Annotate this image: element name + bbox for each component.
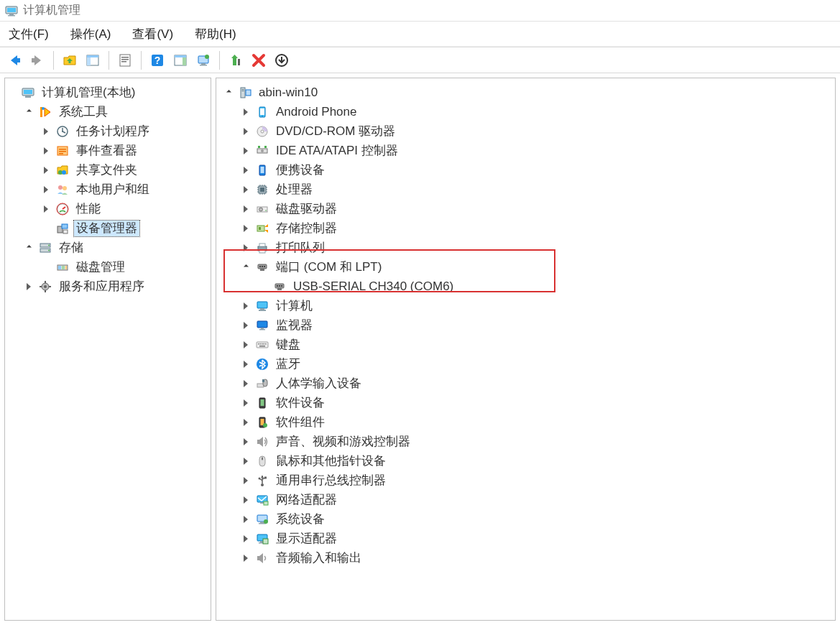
tree-root-computer-management[interactable]: 计算机管理(本地)	[6, 83, 209, 102]
tree-toggle-icon[interactable]	[241, 165, 251, 175]
tree-toggle-icon[interactable]	[241, 204, 251, 214]
device-hid[interactable]: 人体学输入设备	[241, 374, 834, 393]
tree-toggle-icon[interactable]	[241, 146, 251, 156]
tree-toggle-icon[interactable]	[241, 398, 251, 408]
tree-services-and-apps[interactable]: 服务和应用程序	[24, 277, 209, 296]
tree-toggle-icon[interactable]	[241, 379, 251, 389]
menu-action[interactable]: 操作(A)	[66, 23, 116, 45]
svg-rect-65	[260, 108, 264, 115]
svg-rect-109	[259, 310, 266, 311]
menu-view[interactable]: 查看(V)	[128, 23, 177, 45]
tree-toggle-icon[interactable]	[41, 126, 51, 136]
tree-toggle-icon[interactable]	[241, 359, 251, 369]
tree-toggle-icon[interactable]	[241, 185, 251, 195]
tree-toggle-icon[interactable]	[241, 301, 251, 311]
menu-file[interactable]: 文件(F)	[4, 23, 53, 45]
device-system-devices[interactable]: 系统设备	[241, 509, 834, 529]
tree-system-tools[interactable]: 系统工具	[24, 102, 209, 121]
device-mice[interactable]: 鼠标和其他指针设备	[241, 451, 834, 471]
tree-toggle-icon[interactable]	[241, 495, 251, 505]
tree-toggle-icon[interactable]	[241, 126, 251, 136]
network-icon	[255, 493, 269, 507]
tree-toggle-icon[interactable]	[24, 243, 34, 253]
tree-device-manager[interactable]: 设备管理器	[41, 218, 209, 238]
device-network-adapters[interactable]: 网络适配器	[241, 490, 834, 509]
tree-toggle-icon[interactable]	[241, 223, 251, 233]
device-portable[interactable]: 便携设备	[241, 160, 834, 180]
toolbar-enable-button[interactable]	[226, 50, 246, 70]
tree-toggle-icon[interactable]	[41, 185, 51, 195]
tree-toggle-icon[interactable]	[241, 456, 251, 466]
computer-icon	[238, 85, 252, 100]
keyboard-icon	[255, 338, 269, 352]
toolbar-help-button[interactable]: ?	[147, 50, 167, 70]
svg-point-90	[259, 208, 263, 211]
tree-toggle-icon[interactable]	[223, 88, 234, 98]
tree-toggle-icon[interactable]	[241, 514, 251, 524]
device-audio-io[interactable]: 音频输入和输出	[241, 548, 834, 568]
tree-event-viewer[interactable]: 事件查看器	[41, 141, 209, 160]
toolbar-back-button[interactable]	[4, 50, 24, 70]
tree-label: 处理器	[274, 182, 315, 198]
software-device-icon	[255, 396, 269, 410]
toolbar-toggle-action-pane-button[interactable]	[170, 50, 190, 70]
toolbar-toggle-tree-button[interactable]	[83, 50, 103, 70]
tree-toggle-icon[interactable]	[241, 262, 251, 272]
svg-rect-12	[121, 61, 126, 62]
device-keyboards[interactable]: 键盘	[241, 335, 834, 354]
toolbar-uninstall-button[interactable]	[272, 50, 292, 70]
device-storage-controllers[interactable]: 存储控制器	[241, 218, 834, 238]
device-print-queues[interactable]: 打印队列	[241, 238, 834, 257]
tree-local-users[interactable]: 本地用户和组	[41, 180, 209, 199]
device-ports[interactable]: 端口 (COM 和 LPT)	[241, 257, 834, 277]
tree-toggle-icon[interactable]	[41, 204, 51, 214]
device-root[interactable]: abin-win10	[223, 83, 834, 102]
console-tree-pane[interactable]: 计算机管理(本地) 系统工具	[4, 78, 211, 621]
device-bluetooth[interactable]: 蓝牙	[241, 354, 834, 374]
tree-toggle-icon[interactable]	[241, 320, 251, 330]
tree-label: 共享文件夹	[74, 162, 139, 178]
svg-rect-113	[257, 342, 268, 348]
device-monitors[interactable]: 监视器	[241, 315, 834, 335]
device-tree-pane[interactable]: abin-win10 Android Phone DVD/CD-ROM 驱动器 …	[216, 78, 836, 621]
tree-toggle-icon[interactable]	[24, 107, 34, 117]
tree-toggle-icon[interactable]	[241, 107, 251, 117]
svg-rect-107	[257, 302, 267, 308]
svg-point-38	[58, 185, 63, 190]
tree-toggle-icon[interactable]	[41, 165, 51, 175]
tree-toggle-icon[interactable]	[241, 553, 251, 563]
tree-task-scheduler[interactable]: 任务计划程序	[41, 121, 209, 141]
svg-rect-96	[259, 249, 265, 253]
device-disk-drives[interactable]: 磁盘驱动器	[241, 199, 834, 218]
device-software-devices[interactable]: 软件设备	[241, 393, 834, 412]
tree-performance[interactable]: 性能	[41, 199, 209, 218]
device-computer[interactable]: 计算机	[241, 296, 834, 315]
tree-disk-management[interactable]: 磁盘管理	[41, 257, 209, 277]
tree-toggle-icon[interactable]	[241, 534, 251, 544]
tree-toggle-icon[interactable]	[41, 146, 51, 156]
device-usb-controllers[interactable]: 通用串行总线控制器	[241, 471, 834, 490]
toolbar-properties-button[interactable]	[115, 50, 135, 70]
tree-toggle-icon[interactable]	[241, 243, 251, 253]
toolbar-disable-button[interactable]	[249, 50, 269, 70]
toolbar-up-button[interactable]	[60, 50, 80, 70]
device-display-adapters[interactable]: 显示适配器	[241, 529, 834, 548]
tree-toggle-icon[interactable]	[241, 417, 251, 427]
menu-help[interactable]: 帮助(H)	[190, 23, 241, 45]
device-usb-serial-ch340[interactable]: USB-SERIAL CH340 (COM6)	[258, 277, 834, 296]
toolbar-scan-button[interactable]	[193, 50, 213, 70]
tree-label: Android Phone	[274, 104, 359, 120]
device-dvd[interactable]: DVD/CD-ROM 驱动器	[241, 121, 834, 141]
device-processors[interactable]: 处理器	[241, 180, 834, 199]
device-android-phone[interactable]: Android Phone	[241, 102, 834, 121]
tree-storage[interactable]: 存储	[24, 238, 209, 257]
device-software-components[interactable]: 软件组件	[241, 412, 834, 432]
device-sound[interactable]: 声音、视频和游戏控制器	[241, 432, 834, 451]
toolbar-forward-button[interactable]	[27, 50, 47, 70]
tree-toggle-icon[interactable]	[24, 282, 34, 292]
tree-shared-folders[interactable]: 共享文件夹	[41, 160, 209, 180]
tree-toggle-icon[interactable]	[241, 437, 251, 447]
tree-toggle-icon[interactable]	[241, 476, 251, 486]
tree-toggle-icon[interactable]	[241, 340, 251, 350]
device-ide[interactable]: IDE ATA/ATAPI 控制器	[241, 141, 834, 160]
